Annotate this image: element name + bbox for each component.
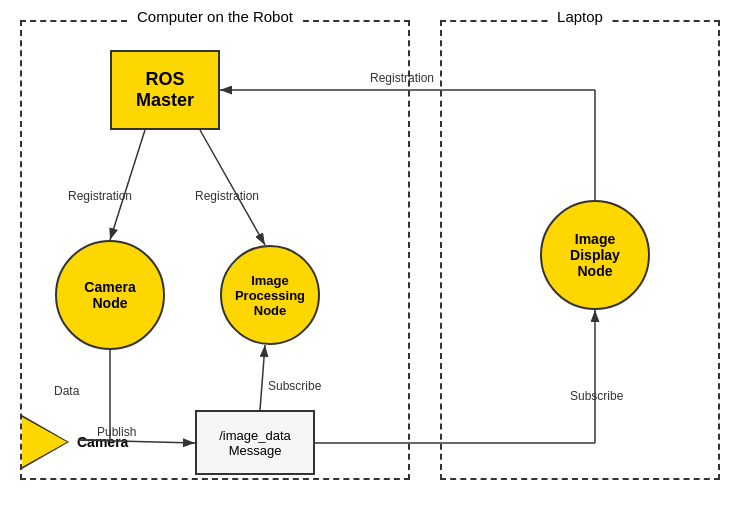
ros-master-node: ROS Master — [110, 50, 220, 130]
image-processing-label: Image Processing Node — [235, 273, 305, 318]
camera-node-label: Camera Node — [84, 279, 135, 311]
camera-device: Camera — [22, 415, 128, 469]
diagram: { "title": "ROS Architecture Diagram", "… — [0, 0, 737, 517]
camera-label: Camera — [77, 434, 128, 450]
message-box: /image_data Message — [195, 410, 315, 475]
robot-label: Computer on the Robot — [131, 8, 299, 25]
camera-triangle — [22, 415, 69, 469]
camera-node: Camera Node — [55, 240, 165, 350]
ros-master-label: ROS Master — [136, 69, 194, 111]
message-label: /image_data Message — [219, 428, 291, 458]
image-processing-node: Image Processing Node — [220, 245, 320, 345]
image-display-label: Image Display Node — [570, 231, 620, 279]
laptop-label: Laptop — [551, 8, 609, 25]
image-display-node: Image Display Node — [540, 200, 650, 310]
